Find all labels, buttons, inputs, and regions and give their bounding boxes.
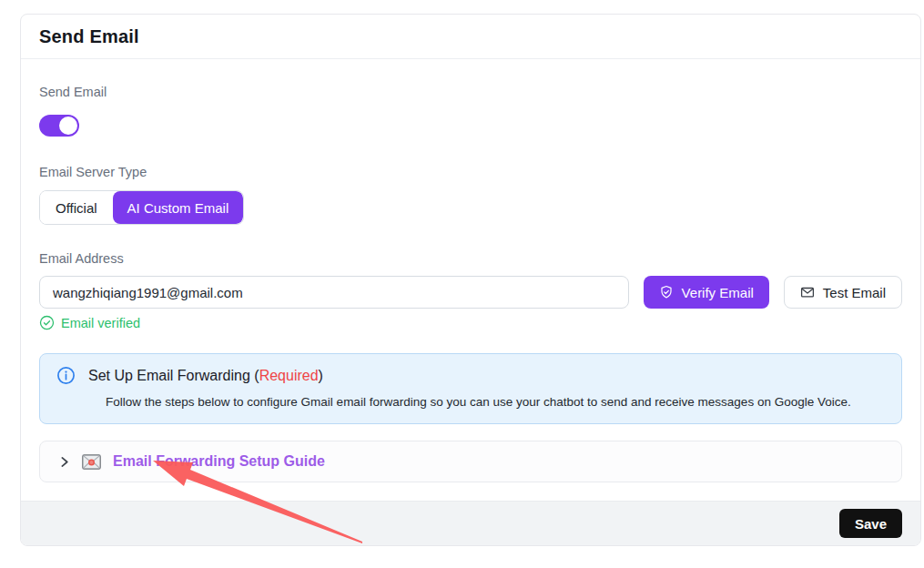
email-address-input[interactable] [39, 276, 629, 309]
page-title: Send Email [39, 26, 902, 47]
envelope-icon [800, 285, 815, 299]
send-email-label: Send Email [39, 83, 902, 101]
verify-email-button[interactable]: Verify Email [644, 276, 769, 309]
server-type-official-button[interactable]: Official [40, 191, 113, 224]
send-email-card: Send Email Send Email Email Server Type … [20, 14, 921, 546]
server-type-ai-custom-button[interactable]: AI Custom Email [113, 191, 244, 224]
required-badge: Required [259, 368, 319, 383]
card-footer: Save [21, 501, 920, 545]
email-address-label: Email Address [39, 249, 902, 268]
email-verified-text: Email verified [61, 316, 140, 330]
email-address-row: Verify Email Test Email [39, 276, 902, 309]
email-envelope-icon [82, 454, 101, 470]
guide-link-label[interactable]: Email Forwarding Setup Guide [113, 453, 325, 470]
chevron-right-icon[interactable] [58, 456, 70, 468]
test-email-button[interactable]: Test Email [784, 276, 902, 309]
card-body: Send Email Email Server Type Official AI… [21, 59, 920, 501]
alert-header: Set Up Email Forwarding (Required) [56, 366, 885, 385]
email-verified-status: Email verified [39, 315, 902, 330]
check-circle-icon [39, 315, 55, 330]
alert-description: Follow the steps below to configure Gmai… [106, 394, 885, 410]
verify-email-label: Verify Email [682, 285, 754, 300]
email-server-type-label: Email Server Type [39, 163, 902, 181]
shield-check-icon [659, 285, 674, 299]
test-email-label: Test Email [823, 285, 886, 300]
card-header: Send Email [21, 15, 920, 59]
alert-title: Set Up Email Forwarding (Required) [88, 368, 323, 384]
email-forwarding-guide-toggle[interactable]: Email Forwarding Setup Guide [39, 441, 902, 482]
email-forwarding-alert: Set Up Email Forwarding (Required) Follo… [39, 353, 902, 424]
toggle-knob [59, 117, 77, 135]
info-circle-icon [56, 366, 76, 385]
send-email-toggle[interactable] [39, 115, 79, 137]
email-server-type-switch: Official AI Custom Email [39, 190, 244, 225]
save-button[interactable]: Save [839, 509, 902, 538]
